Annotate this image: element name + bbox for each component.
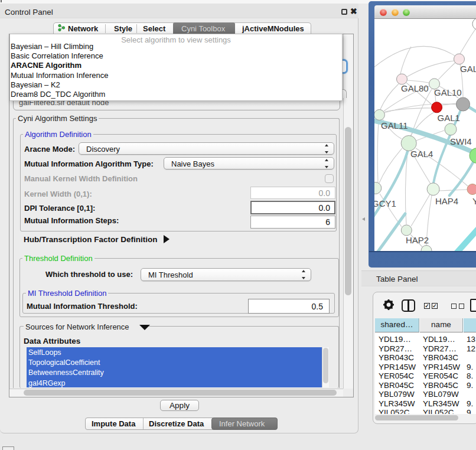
svg-text:GAL4: GAL4 <box>410 149 433 159</box>
svg-text:SWI4: SWI4 <box>450 136 472 146</box>
svg-text:GAL7: GAL7 <box>460 64 476 74</box>
svg-text:GAL1: GAL1 <box>438 113 460 123</box>
svg-text:Y: Y <box>472 196 476 206</box>
svg-text:HAP2: HAP2 <box>406 235 429 245</box>
svg-text:HAP4: HAP4 <box>435 196 458 206</box>
svg-text:GAL10: GAL10 <box>434 87 462 97</box>
svg-text:GCY1: GCY1 <box>374 198 396 208</box>
svg-text:GAL80: GAL80 <box>401 83 429 93</box>
svg-text:GAL11: GAL11 <box>381 120 408 131</box>
